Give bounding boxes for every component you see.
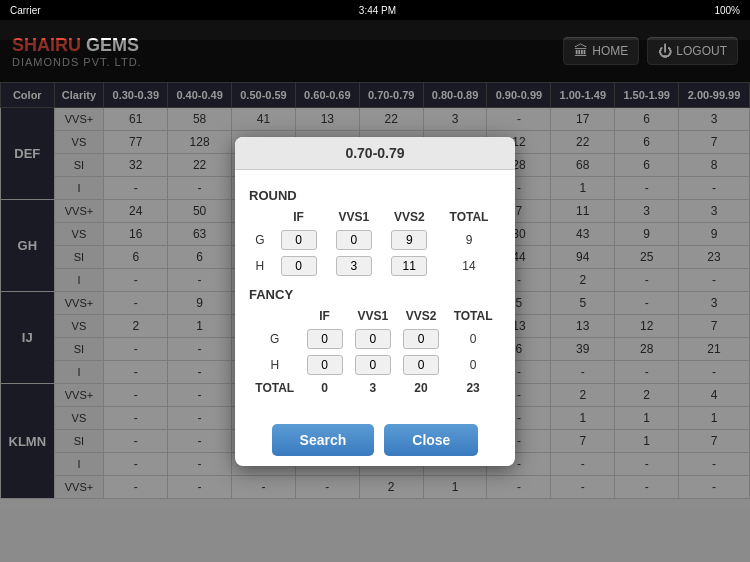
fancy-vvs2-cell bbox=[397, 352, 445, 378]
fancy-section-title: FANCY bbox=[249, 287, 501, 302]
total-label: TOTAL bbox=[249, 378, 300, 398]
round-if-cell bbox=[271, 253, 326, 279]
round-section-title: ROUND bbox=[249, 188, 501, 203]
fancy-col-label bbox=[249, 306, 300, 326]
fancy-vvs1-cell bbox=[349, 326, 397, 352]
round-table: IF VVS1 VVS2 TOTAL G9H14 bbox=[249, 207, 501, 279]
round-row: G9 bbox=[249, 227, 501, 253]
round-col-total: TOTAL bbox=[437, 207, 501, 227]
fancy-col-total: TOTAL bbox=[445, 306, 501, 326]
time-label: 3:44 PM bbox=[359, 5, 396, 16]
total-total: 23 bbox=[445, 378, 501, 398]
modal-title: 0.70-0.79 bbox=[235, 137, 515, 170]
search-button[interactable]: Search bbox=[272, 424, 375, 456]
total-vvs2: 20 bbox=[397, 378, 445, 398]
round-vvs2-cell bbox=[382, 227, 437, 253]
round-col-vvs2: VVS2 bbox=[382, 207, 437, 227]
fancy-vvs1-input[interactable] bbox=[355, 355, 391, 375]
round-if-input[interactable] bbox=[281, 230, 317, 250]
app-wrapper: SHAIRU GEMS DIAMONDS PVT. LTD. 🏛 HOME ⏻ … bbox=[0, 20, 750, 562]
modal-dialog: 0.70-0.79 ROUND IF VVS1 VVS2 TOTAL bbox=[235, 137, 515, 466]
modal-footer: Search Close bbox=[235, 414, 515, 466]
round-vvs2-cell bbox=[382, 253, 437, 279]
round-col-label bbox=[249, 207, 271, 227]
fancy-table: IF VVS1 VVS2 TOTAL G0H0 TOTAL 0 3 bbox=[249, 306, 501, 398]
fancy-if-input[interactable] bbox=[307, 355, 343, 375]
total-row: TOTAL 0 3 20 23 bbox=[249, 378, 501, 398]
fancy-row: H0 bbox=[249, 352, 501, 378]
fancy-col-vvs1: VVS1 bbox=[349, 306, 397, 326]
total-vvs1: 3 bbox=[349, 378, 397, 398]
status-bar: Carrier 3:44 PM 100% bbox=[0, 0, 750, 20]
fancy-col-if: IF bbox=[300, 306, 348, 326]
round-vvs1-cell bbox=[326, 253, 381, 279]
round-total-cell: 9 bbox=[437, 227, 501, 253]
round-vvs2-input[interactable] bbox=[391, 256, 427, 276]
fancy-col-vvs2: VVS2 bbox=[397, 306, 445, 326]
total-if: 0 bbox=[300, 378, 348, 398]
fancy-label-cell: H bbox=[249, 352, 300, 378]
round-vvs2-input[interactable] bbox=[391, 230, 427, 250]
fancy-if-cell bbox=[300, 326, 348, 352]
fancy-vvs2-input[interactable] bbox=[403, 355, 439, 375]
round-vvs1-cell bbox=[326, 227, 381, 253]
fancy-if-cell bbox=[300, 352, 348, 378]
round-vvs1-input[interactable] bbox=[336, 256, 372, 276]
fancy-vvs1-cell bbox=[349, 352, 397, 378]
carrier-label: Carrier bbox=[10, 5, 41, 16]
round-label-cell: H bbox=[249, 253, 271, 279]
fancy-if-input[interactable] bbox=[307, 329, 343, 349]
fancy-vvs2-input[interactable] bbox=[403, 329, 439, 349]
fancy-vvs1-input[interactable] bbox=[355, 329, 391, 349]
fancy-row: G0 bbox=[249, 326, 501, 352]
round-row: H14 bbox=[249, 253, 501, 279]
fancy-total-cell: 0 bbox=[445, 326, 501, 352]
battery-label: 100% bbox=[714, 5, 740, 16]
fancy-label-cell: G bbox=[249, 326, 300, 352]
round-label-cell: G bbox=[249, 227, 271, 253]
modal-body: ROUND IF VVS1 VVS2 TOTAL G9H14 bbox=[235, 170, 515, 414]
round-col-vvs1: VVS1 bbox=[326, 207, 381, 227]
close-button[interactable]: Close bbox=[384, 424, 478, 456]
fancy-vvs2-cell bbox=[397, 326, 445, 352]
round-col-if: IF bbox=[271, 207, 326, 227]
round-if-cell bbox=[271, 227, 326, 253]
round-total-cell: 14 bbox=[437, 253, 501, 279]
round-if-input[interactable] bbox=[281, 256, 317, 276]
fancy-total-cell: 0 bbox=[445, 352, 501, 378]
round-vvs1-input[interactable] bbox=[336, 230, 372, 250]
modal-overlay: 0.70-0.79 ROUND IF VVS1 VVS2 TOTAL bbox=[0, 40, 750, 562]
